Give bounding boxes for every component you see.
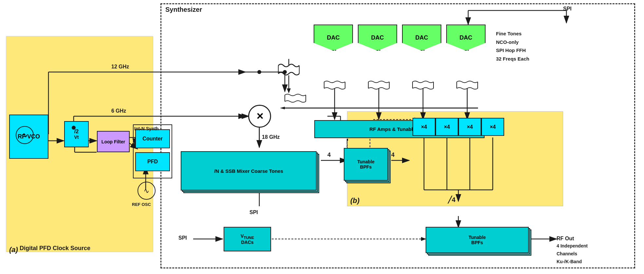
a-label: (a)	[9, 246, 18, 254]
vt-label: Vt	[74, 135, 79, 140]
dac4-label: DAC	[460, 34, 472, 41]
tunable-bpfs-left-block: TunableBPFs	[344, 148, 388, 181]
n-ssb-block: /N & SSB Mixer Coarse Tones	[181, 151, 317, 191]
dac2-label: DAC	[371, 34, 384, 41]
freq-18-label: 18 GHz	[262, 134, 280, 140]
rf-out-label: RF Out	[557, 236, 574, 242]
dac2-group: DAC	[358, 25, 397, 51]
mult2-label: ×4	[444, 124, 450, 130]
freq-12-label: 12 GHz	[111, 64, 129, 70]
mult1-block: ×4	[413, 118, 435, 136]
int-n-synth-label: Int-N Synth	[134, 126, 159, 131]
vco-sine-circle: ∿	[16, 126, 34, 144]
channels-line2: Channels	[557, 250, 588, 258]
nco-only-label: NCO-only	[496, 38, 529, 46]
vtune-dacs-label: VTUNEDACs	[241, 233, 254, 245]
loop-filter-block: Loop Filter	[97, 131, 130, 152]
fine-tones-notes: Fine Tones NCO-only SPI Hop FFH 32 Freqs…	[496, 29, 529, 63]
channels-notes: 4 Independent Channels Ku-/K-Band	[557, 242, 588, 265]
spi-top-label: SPI	[563, 6, 572, 12]
counter-block: Counter	[135, 129, 170, 148]
digital-pfd-label: Digital PFD Clock Source	[20, 245, 90, 252]
pfd-label: PFD	[147, 159, 158, 165]
fine-tones-label: Fine Tones	[496, 29, 529, 38]
four-top-label: 4	[327, 152, 331, 158]
mult3-block: ×4	[458, 118, 481, 136]
ref-osc-label: REF OSC	[132, 202, 151, 207]
mixer-x-icon: ✕	[256, 111, 264, 122]
mult4-label: ×4	[490, 124, 496, 130]
vco-sine-icon: ∿	[22, 131, 28, 139]
channels-line3: Ku-/K-Band	[557, 258, 588, 266]
tunable-bpfs-right-block: TunableBPFs	[426, 227, 529, 253]
four-slash-label: ╱4	[448, 196, 455, 204]
b-label: (b)	[350, 196, 359, 205]
spi-bottom-label: SPI	[178, 235, 187, 241]
ref-osc-circle: ∿	[138, 182, 156, 200]
dac1-label: DAC	[327, 34, 340, 41]
mult2-block: ×4	[435, 118, 458, 136]
div2-block: /2 Vt	[64, 121, 89, 147]
div2-label: /2	[74, 129, 79, 135]
vtune-dacs-block: VTUNEDACs	[224, 227, 271, 251]
mult3-label: ×4	[467, 124, 473, 130]
mixer-block: ✕	[248, 105, 271, 128]
ref-osc-sine: ∿	[144, 187, 149, 195]
synthesizer-label: Synthesizer	[165, 6, 202, 13]
diagram-container: RF VCO ∿ /2 Vt Loop Filter Int-N Synth C…	[0, 0, 644, 274]
channels-line1: 4 Independent	[557, 242, 588, 250]
dac4-group: DAC	[446, 25, 486, 51]
mult4-block: ×4	[481, 118, 504, 136]
freqs-each-label: 32 Freqs Each	[496, 55, 529, 63]
four-bottom-label: 4	[391, 152, 395, 158]
transformer-main	[268, 59, 301, 111]
dac3-label: DAC	[415, 34, 428, 41]
freq-6-label: 6 GHz	[111, 108, 126, 114]
svg-marker-75	[287, 88, 291, 93]
pfd-block: PFD	[135, 152, 170, 171]
counter-label: Counter	[142, 136, 162, 142]
n-ssb-label: /N & SSB Mixer Coarse Tones	[214, 168, 283, 174]
tunable-bpfs-left-label: TunableBPFs	[357, 159, 375, 170]
dac1-group: DAC	[314, 25, 353, 51]
loop-filter-label: Loop Filter	[101, 139, 125, 144]
tunable-bpfs-right-label: TunableBPFs	[469, 235, 486, 245]
spi-ssb-label: SPI	[249, 210, 258, 215]
dac3-group: DAC	[402, 25, 441, 51]
spi-hop-label: SPI Hop FFH	[496, 46, 529, 55]
mult1-label: ×4	[421, 124, 427, 130]
